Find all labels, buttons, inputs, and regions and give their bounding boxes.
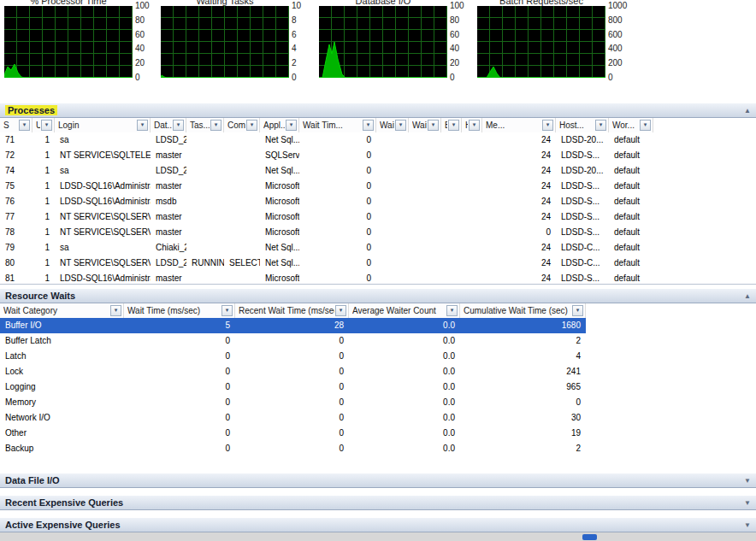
wait-row[interactable]: Network I/O000.030 [0,410,586,426]
process-column-header-wait_time[interactable]: Wait Tim...▾ [299,118,376,132]
process-column-header-login[interactable]: Login▾ [55,118,151,132]
wait-cell-recent: 28 [235,318,349,333]
filter-dropdown-icon[interactable]: ▾ [395,120,406,131]
filter-dropdown-icon[interactable]: ▾ [640,120,651,131]
section-header-processes[interactable]: Processes ▲ [0,103,756,118]
filter-dropdown-icon[interactable]: ▾ [595,120,606,131]
process-row[interactable]: 711saLDSD_2...Net Sql...024LDSD-20...def… [0,132,653,148]
horizontal-scrollbar[interactable] [0,532,756,541]
chart-panel: Batch Requests/sec 10008006004002000 [477,0,631,102]
process-column-header-head[interactable]: H...▾ [462,118,482,132]
filter-dropdown-icon[interactable]: ▾ [335,305,346,316]
wait-cell-avg: 0.0 [349,426,460,441]
axis-tick-label: 80 [450,15,464,26]
filter-dropdown-icon[interactable]: ▾ [572,305,583,316]
process-column-header-db[interactable]: Dat...▾ [151,118,186,132]
process-row[interactable]: 801NT SERVICE\SQLSERV...LDSD_2...RUNNING… [0,256,653,271]
axis-tick-label: 600 [608,30,627,40]
process-column-header-host[interactable]: Host...▾ [556,118,609,132]
process-cell-wait_time: 0 [299,256,376,271]
process-column-header-wait_res[interactable]: Wait...▾ [409,118,441,132]
process-column-header-s[interactable]: S▾ [0,118,32,132]
process-column-header-task[interactable]: Tas...▾ [186,118,224,132]
process-column-header-blocked[interactable]: B...▾ [441,118,462,132]
process-row[interactable]: 781NT SERVICE\SQLSERV...masterMicrosoft.… [0,225,653,240]
process-cell-db: master [151,225,186,240]
filter-dropdown-icon[interactable]: ▾ [469,120,480,131]
filter-dropdown-icon[interactable]: ▾ [173,120,184,131]
process-cell-s: 78 [0,225,32,240]
wait-cell-category: Network I/O [0,410,124,426]
process-row[interactable]: 721NT SERVICE\SQLTELE...masterSQLServ...… [0,148,653,163]
process-column-header-app[interactable]: Appl...▾ [260,118,299,132]
filter-dropdown-icon[interactable]: ▾ [137,120,148,131]
wait-row[interactable]: Memory000.00 [0,395,586,410]
section-header-data-file-io[interactable]: Data File I/O ▼ [0,473,756,488]
process-cell-s: 76 [0,194,32,209]
wait-row[interactable]: Latch000.04 [0,349,586,364]
wait-cell-recent: 0 [235,410,349,426]
section-header-active-expensive-queries[interactable]: Active Expensive Queries ▼ [0,517,756,532]
filter-dropdown-icon[interactable]: ▾ [286,120,297,131]
wait-column-header-wait_time[interactable]: Wait Time (ms/sec)▾ [124,303,235,318]
process-cell-u: 1 [32,148,55,163]
wait-row[interactable]: Buffer Latch000.02 [0,333,586,349]
wait-column-header-avg[interactable]: Average Waiter Count▾ [349,303,460,318]
process-cell-head [462,240,482,256]
wait-cell-wait_time: 5 [124,318,235,333]
filter-dropdown-icon[interactable]: ▾ [210,120,221,131]
filter-dropdown-icon[interactable]: ▾ [448,120,459,131]
filter-dropdown-icon[interactable]: ▾ [363,120,374,131]
wait-column-header-category[interactable]: Wait Category▾ [0,303,124,318]
process-cell-cmd [224,148,260,163]
process-row[interactable]: 761LDSD-SQL16\AdministratormsdbMicrosoft… [0,194,653,209]
chart-title: Batch Requests/sec [477,0,605,6]
process-cell-head [462,194,482,209]
expand-chevron-icon[interactable]: ▼ [744,521,751,529]
chart-series-area [477,67,605,78]
process-column-header-workload[interactable]: Wor...▾ [609,118,653,132]
process-cell-app: Net Sql... [260,256,299,271]
filter-dropdown-icon[interactable]: ▾ [41,120,52,131]
filter-dropdown-icon[interactable]: ▾ [221,305,233,316]
process-row[interactable]: 811LDSD-SQL16\AdministratormasterMicroso… [0,271,653,285]
expand-chevron-icon[interactable]: ▼ [744,499,751,507]
section-header-recent-expensive-queries[interactable]: Recent Expensive Queries ▼ [0,495,756,510]
process-cell-app: Net Sql... [260,132,299,148]
wait-column-header-recent[interactable]: Recent Wait Time (ms/sec)▾ [235,303,349,318]
wait-row[interactable]: Backup000.02 [0,441,586,456]
process-row[interactable]: 751LDSD-SQL16\AdministratormasterMicroso… [0,179,653,194]
chart-panel: Waiting Tasks 1086420 [161,0,315,102]
process-cell-wait_type [376,209,409,225]
process-column-header-wait_type[interactable]: Wait...▾ [376,118,409,132]
process-row[interactable]: 791saChiaki_2...Net Sql...024LDSD-C...de… [0,240,653,256]
axis-tick-label: 0 [608,73,627,83]
process-cell-wait_type [376,179,409,194]
scrollbar-thumb[interactable] [582,534,597,540]
collapse-chevron-icon[interactable]: ▲ [744,292,751,300]
process-column-header-cmd[interactable]: Com...▾ [224,118,260,132]
wait-cell-avg: 0.0 [349,318,460,333]
process-row[interactable]: 771NT SERVICE\SQLSERV...masterMicrosoft.… [0,209,653,225]
section-header-resource-waits[interactable]: Resource Waits ▲ [0,288,756,303]
wait-row[interactable]: Buffer I/O5280.01680 [0,318,586,333]
wait-row[interactable]: Logging000.0965 [0,379,586,395]
column-header-label: Tas... [190,121,210,130]
wait-row[interactable]: Lock000.0241 [0,364,586,379]
filter-dropdown-icon[interactable]: ▾ [428,120,439,131]
expand-chevron-icon[interactable]: ▼ [744,477,751,485]
filter-dropdown-icon[interactable]: ▾ [542,120,553,131]
process-row[interactable]: 741saLDSD_2...Net Sql...024LDSD-20...def… [0,163,653,179]
collapse-chevron-icon[interactable]: ▲ [744,107,751,115]
filter-dropdown-icon[interactable]: ▾ [110,305,121,316]
filter-dropdown-icon[interactable]: ▾ [19,120,30,131]
process-column-header-mem[interactable]: Me...▾ [482,118,556,132]
filter-dropdown-icon[interactable]: ▾ [246,120,257,131]
process-cell-wait_type [376,225,409,240]
process-column-header-u[interactable]: U...▾ [32,118,55,132]
wait-row[interactable]: Other000.019 [0,426,586,441]
axis-tick-label: 1000 [608,1,627,11]
wait-cell-wait_time: 0 [124,364,235,379]
wait-column-header-cumulative[interactable]: Cumulative Wait Time (sec)▾ [460,303,586,318]
filter-dropdown-icon[interactable]: ▾ [446,305,458,316]
